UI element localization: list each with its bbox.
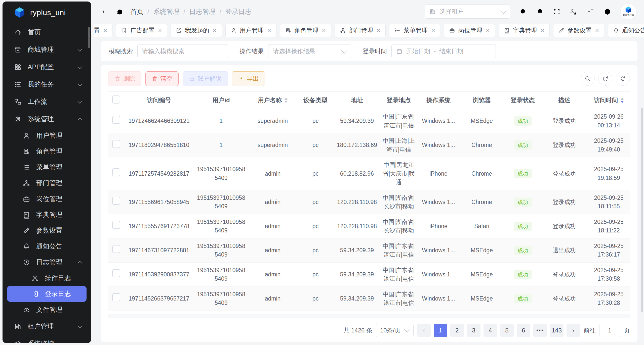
sidebar-item-操作日志[interactable]: 操作日志	[3, 270, 91, 286]
column-header-用户名称[interactable]: 用户名称	[249, 92, 297, 109]
sidebar-item-系统监控[interactable]: 系统监控	[3, 335, 91, 343]
sidebar-item-菜单管理[interactable]: 菜单管理	[3, 159, 91, 175]
toggle-search-button[interactable]	[581, 72, 595, 86]
close-icon[interactable]: ×	[267, 27, 271, 34]
tab-我发起的[interactable]: 我发起的×	[171, 24, 222, 37]
tab-广告配置[interactable]: 广告配置×	[116, 24, 167, 37]
window-scrollbar-thumb[interactable]	[641, 108, 643, 312]
goto-page-input[interactable]	[599, 324, 620, 337]
delete-button[interactable]: 删除	[108, 71, 141, 86]
close-icon[interactable]: ×	[158, 27, 162, 34]
close-icon[interactable]: ×	[541, 27, 544, 34]
sidebar-item-APP配置[interactable]: APP配置	[3, 58, 91, 76]
sidebar-scrollbar-thumb[interactable]	[88, 27, 90, 48]
cell-address: 59.34.209.39	[334, 286, 380, 311]
tab-配置[interactable]: 配置×	[94, 24, 112, 37]
sidebar-item-参数设置[interactable]: 参数设置	[3, 223, 91, 238]
close-icon[interactable]: ×	[431, 27, 435, 34]
page-ellipsis[interactable]: •••	[533, 324, 547, 337]
close-icon[interactable]: ×	[103, 27, 107, 34]
breadcrumb-item[interactable]: 日志管理	[189, 7, 215, 16]
notifications-bell-icon[interactable]	[536, 8, 544, 16]
row-checkbox[interactable]	[112, 293, 120, 301]
next-page-button[interactable]: ›	[567, 324, 580, 337]
sort-carets-icon[interactable]	[620, 98, 624, 103]
page-size-select[interactable]: 10条/页	[376, 324, 414, 337]
sidebar-item-系统管理[interactable]: 系统管理	[3, 110, 91, 128]
page-button-1[interactable]: 1	[434, 324, 447, 337]
tab-部门管理[interactable]: 部门管理×	[335, 24, 386, 37]
tab-参数设置[interactable]: 参数设置×	[553, 24, 604, 37]
row-checkbox[interactable]	[112, 116, 120, 124]
breadcrumb-item[interactable]: 系统管理	[153, 7, 179, 16]
export-button[interactable]: 导出	[232, 71, 265, 86]
tenant-select[interactable]: 选择租户	[425, 5, 510, 19]
sidebar-item-字典管理[interactable]: 字典管理	[3, 207, 91, 223]
sync-columns-button[interactable]	[616, 72, 630, 86]
close-icon[interactable]: ×	[595, 27, 599, 34]
unlock-account-button[interactable]: 账户解锁	[183, 71, 228, 86]
tab-岗位管理[interactable]: 岗位管理×	[444, 24, 495, 37]
row-checkbox[interactable]	[112, 245, 120, 253]
role-icon	[285, 27, 291, 33]
operation-result-select[interactable]: 请选择操作结果	[268, 44, 351, 58]
user-avatar[interactable]: 若依工作室	[620, 4, 636, 20]
sidebar-item-登录日志[interactable]: 登录日志	[7, 286, 87, 302]
page-button-3[interactable]: 3	[467, 324, 480, 337]
sidebar-item-日志管理[interactable]: 日志管理	[3, 254, 91, 270]
refresh-page-icon[interactable]	[116, 8, 124, 16]
tools-icon	[31, 274, 39, 282]
fullscreen-icon[interactable]	[553, 8, 561, 16]
page-button-5[interactable]: 5	[500, 324, 514, 337]
tab-通知公告[interactable]: 通知公告×	[608, 24, 644, 37]
collapse-sidebar-icon[interactable]	[102, 8, 109, 16]
settings-gear-icon[interactable]	[603, 8, 611, 16]
tab-字典管理[interactable]: 字典管理×	[499, 24, 550, 37]
column-header-访问时间[interactable]: 访问时间	[587, 92, 630, 109]
fuzzy-search-input[interactable]	[137, 44, 228, 58]
sort-carets-icon[interactable]	[284, 98, 288, 103]
row-checkbox[interactable]	[112, 197, 120, 205]
prev-page-button[interactable]: ‹	[417, 324, 431, 337]
page-button-143[interactable]: 143	[550, 324, 564, 337]
sidebar-item-部门管理[interactable]: 部门管理	[3, 175, 91, 191]
close-icon[interactable]: ×	[486, 27, 490, 34]
cell-status: 成功	[504, 190, 541, 214]
sidebar-item-商城管理[interactable]: 商城管理	[3, 41, 91, 58]
tab-菜单管理[interactable]: 菜单管理×	[389, 24, 440, 37]
sidebar-item-首页[interactable]: 首页	[3, 24, 91, 41]
cell-address: 59.34.209.39	[334, 238, 380, 262]
clear-button[interactable]: 清空	[145, 71, 179, 86]
row-checkbox[interactable]	[112, 140, 120, 148]
sidebar-item-角色管理[interactable]: 角色管理	[3, 143, 91, 159]
language-icon[interactable]	[570, 8, 578, 16]
tab-角色管理[interactable]: 角色管理×	[280, 24, 331, 37]
row-checkbox[interactable]	[112, 221, 120, 229]
page-button-4[interactable]: 4	[484, 324, 497, 337]
refresh-table-button[interactable]	[598, 72, 612, 86]
sidebar-item-通知公告[interactable]: 通知公告	[3, 238, 91, 254]
breadcrumb-item[interactable]: 登录日志	[225, 7, 252, 16]
close-icon[interactable]: ×	[322, 27, 326, 34]
close-icon[interactable]: ×	[213, 27, 216, 34]
sidebar-item-我的任务[interactable]: 我的任务	[3, 76, 91, 93]
close-icon[interactable]: ×	[377, 27, 380, 34]
sidebar-item-岗位管理[interactable]: 岗位管理	[3, 191, 91, 207]
sidebar-item-租户管理[interactable]: 租户管理	[3, 318, 91, 335]
sidebar-item-用户管理[interactable]: 用户管理	[3, 128, 91, 143]
font-size-icon[interactable]	[587, 8, 594, 16]
row-checkbox[interactable]	[112, 95, 120, 104]
search-icon[interactable]	[519, 8, 527, 16]
login-time-range-picker[interactable]: 开始日期 - 结束日期	[391, 44, 496, 58]
cell-browser: Chrome	[459, 190, 504, 214]
page-button-2[interactable]: 2	[450, 324, 464, 337]
table-row: 19711802947865518101superadminpc180.172.…	[108, 133, 630, 157]
row-checkbox[interactable]	[112, 269, 120, 277]
tab-label: 用户管理	[240, 26, 264, 34]
row-checkbox[interactable]	[112, 168, 120, 176]
tab-用户管理[interactable]: 用户管理×	[225, 24, 276, 37]
breadcrumb-item[interactable]: 首页	[130, 7, 143, 16]
sidebar-item-工作流[interactable]: 工作流	[3, 93, 91, 110]
page-button-6[interactable]: 6	[517, 324, 530, 337]
sidebar-item-文件管理[interactable]: 文件管理	[3, 302, 91, 318]
